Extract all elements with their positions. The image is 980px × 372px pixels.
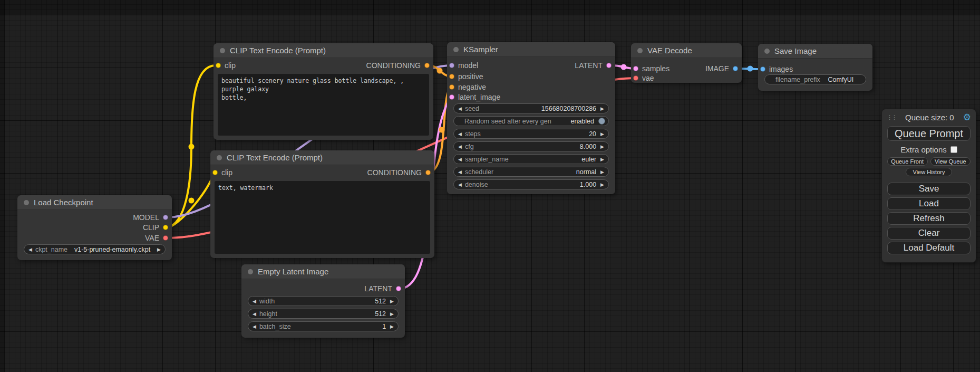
node-title-bar[interactable]: Load Checkpoint xyxy=(17,195,172,210)
widget-value: 156680208700286 xyxy=(541,105,596,112)
denoise-widget[interactable]: ◀ denoise 1.000 ▶ xyxy=(453,179,609,189)
vae-port-icon[interactable] xyxy=(163,235,168,241)
image-port-icon[interactable] xyxy=(760,66,765,72)
node-ksampler[interactable]: KSampler model positive negative latent_… xyxy=(447,42,615,194)
queue-front-button[interactable]: Queue Front xyxy=(887,157,928,166)
output-model: MODEL xyxy=(133,212,168,223)
settings-gear-icon[interactable]: ⚙ xyxy=(963,113,971,122)
collapse-dot-icon[interactable] xyxy=(637,48,643,53)
latent-port-icon[interactable] xyxy=(396,286,401,291)
node-title-bar[interactable]: Empty Latent Image xyxy=(241,264,405,279)
increment-arrow-icon[interactable]: ▶ xyxy=(600,131,604,137)
model-port-icon[interactable] xyxy=(163,215,168,220)
node-save-image[interactable]: Save Image images filename_prefix ComfyU… xyxy=(758,44,872,91)
collapse-dot-icon[interactable] xyxy=(248,269,253,274)
latent-port-icon[interactable] xyxy=(606,63,612,68)
increment-arrow-icon[interactable]: ▶ xyxy=(157,247,161,252)
comfyui-canvas[interactable]: Load Checkpoint MODEL CLIP VAE ◀ ckpt_na… xyxy=(0,0,980,372)
scheduler-widget[interactable]: ◀ scheduler normal ▶ xyxy=(453,167,609,177)
conditioning-port-icon[interactable] xyxy=(449,74,454,79)
decrement-arrow-icon[interactable]: ◀ xyxy=(458,106,462,111)
node-title-bar[interactable]: Save Image xyxy=(758,44,872,59)
widget-value: 8.000 xyxy=(580,143,596,150)
decrement-arrow-icon[interactable]: ◀ xyxy=(28,247,32,252)
collapse-dot-icon[interactable] xyxy=(453,47,459,52)
load-button[interactable]: Load xyxy=(887,197,971,210)
conditioning-port-icon[interactable] xyxy=(449,84,454,90)
node-title-bar[interactable]: VAE Decode xyxy=(631,43,742,58)
seed-widget[interactable]: ◀ seed 156680208700286 ▶ xyxy=(453,103,609,113)
view-queue-button[interactable]: View Queue xyxy=(930,157,971,166)
conditioning-port-icon[interactable] xyxy=(425,170,431,175)
decrement-arrow-icon[interactable]: ◀ xyxy=(253,311,256,317)
node-vae-decode[interactable]: VAE Decode samples vae IMAGE xyxy=(631,43,742,83)
conditioning-port-icon[interactable] xyxy=(424,63,430,68)
batch-size-widget[interactable]: ◀ batch_size 1 ▶ xyxy=(248,321,399,331)
decrement-arrow-icon[interactable]: ◀ xyxy=(253,299,256,304)
decrement-arrow-icon[interactable]: ◀ xyxy=(458,169,462,175)
extra-options-label: Extra options xyxy=(900,145,947,154)
positive-prompt-textarea[interactable]: beautiful scenery nature glass bottle la… xyxy=(218,74,429,136)
queue-menu-panel: ⋮⋮ Queue size: 0 ⚙ Queue Prompt Extra op… xyxy=(881,109,976,263)
widget-value: 20 xyxy=(589,130,596,138)
increment-arrow-icon[interactable]: ▶ xyxy=(600,169,604,175)
increment-arrow-icon[interactable]: ▶ xyxy=(390,311,394,317)
collapse-dot-icon[interactable] xyxy=(24,200,29,205)
steps-widget[interactable]: ◀ steps 20 ▶ xyxy=(453,129,609,139)
latent-port-icon[interactable] xyxy=(633,66,638,71)
output-vae: VAE xyxy=(145,233,168,243)
collapse-dot-icon[interactable] xyxy=(217,155,222,160)
decrement-arrow-icon[interactable]: ◀ xyxy=(458,182,462,187)
height-widget[interactable]: ◀ height 512 ▶ xyxy=(248,309,399,319)
save-button[interactable]: Save xyxy=(887,183,971,195)
increment-arrow-icon[interactable]: ▶ xyxy=(600,106,604,111)
node-clip-text-encode-positive[interactable]: CLIP Text Encode (Prompt) clip CONDITION… xyxy=(214,43,433,140)
widget-value: 512 xyxy=(375,298,386,305)
width-widget[interactable]: ◀ width 512 ▶ xyxy=(248,296,399,306)
sampler-name-widget[interactable]: ◀ sampler_name euler ▶ xyxy=(453,154,609,164)
decrement-arrow-icon[interactable]: ◀ xyxy=(458,131,462,137)
decrement-arrow-icon[interactable]: ◀ xyxy=(458,157,462,162)
collapse-dot-icon[interactable] xyxy=(220,48,225,53)
clear-button[interactable]: Clear xyxy=(887,227,971,240)
negative-prompt-textarea[interactable]: text, watermark xyxy=(215,181,430,254)
extra-options-row: Extra options xyxy=(882,145,976,154)
node-empty-latent-image[interactable]: Empty Latent Image LATENT ◀ width 512 ▶ … xyxy=(241,264,405,338)
load-default-button[interactable]: Load Default xyxy=(887,242,971,254)
node-clip-text-encode-negative[interactable]: CLIP Text Encode (Prompt) clip CONDITION… xyxy=(210,150,434,258)
input-label: images xyxy=(769,65,793,73)
collapse-dot-icon[interactable] xyxy=(764,49,770,54)
decrement-arrow-icon[interactable]: ◀ xyxy=(458,144,462,149)
clip-port-icon[interactable] xyxy=(216,63,221,68)
link-dot xyxy=(439,127,445,133)
clip-port-icon[interactable] xyxy=(212,170,218,175)
model-port-icon[interactable] xyxy=(449,63,454,68)
node-title-bar[interactable]: CLIP Text Encode (Prompt) xyxy=(214,43,433,58)
input-label: vae xyxy=(642,74,654,82)
increment-arrow-icon[interactable]: ▶ xyxy=(600,157,604,162)
random-seed-toggle-widget[interactable]: Random seed after every gen enabled xyxy=(453,116,609,126)
increment-arrow-icon[interactable]: ▶ xyxy=(390,299,394,304)
extra-options-checkbox[interactable] xyxy=(950,146,957,153)
link-dot xyxy=(621,64,627,70)
queue-prompt-button[interactable]: Queue Prompt xyxy=(887,126,971,141)
node-load-checkpoint[interactable]: Load Checkpoint MODEL CLIP VAE ◀ ckpt_na… xyxy=(17,195,172,260)
cfg-widget[interactable]: ◀ cfg 8.000 ▶ xyxy=(453,141,609,151)
filename-prefix-widget[interactable]: filename_prefix ComfyUI xyxy=(764,74,866,84)
view-history-button[interactable]: View History xyxy=(906,168,952,176)
drag-handle-icon[interactable]: ⋮⋮ xyxy=(887,115,896,120)
decrement-arrow-icon[interactable]: ◀ xyxy=(253,324,256,329)
latent-port-icon[interactable] xyxy=(449,94,454,100)
ckpt-name-widget[interactable]: ◀ ckpt_name v1-5-pruned-emaonly.ckpt ▶ xyxy=(24,244,166,254)
node-title-bar[interactable]: CLIP Text Encode (Prompt) xyxy=(210,150,434,165)
increment-arrow-icon[interactable]: ▶ xyxy=(390,324,394,329)
increment-arrow-icon[interactable]: ▶ xyxy=(600,144,604,149)
increment-arrow-icon[interactable]: ▶ xyxy=(600,182,604,187)
toggle-dot-icon[interactable] xyxy=(598,118,605,125)
clip-port-icon[interactable] xyxy=(163,225,168,230)
refresh-button[interactable]: Refresh xyxy=(887,212,971,225)
node-title-bar[interactable]: KSampler xyxy=(447,42,615,57)
image-port-icon[interactable] xyxy=(733,66,738,71)
vae-port-icon[interactable] xyxy=(633,75,638,81)
output-label: MODEL xyxy=(133,213,159,222)
